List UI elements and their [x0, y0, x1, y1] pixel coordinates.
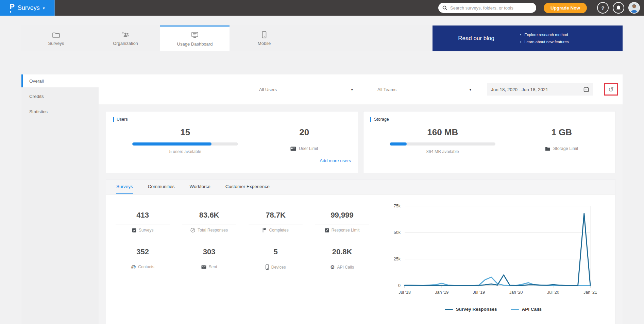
usage-tab-communities[interactable]: Communities: [148, 180, 175, 194]
stat-label: API Calls: [337, 265, 354, 270]
legend-api-calls[interactable]: API Calls: [511, 307, 542, 312]
user-avatar[interactable]: [628, 2, 640, 14]
divider: [315, 261, 369, 261]
svg-text:0: 0: [398, 283, 401, 288]
users-card: Users 15 5 users available 20: [106, 111, 358, 173]
stat-label: Surveys: [139, 228, 153, 233]
legend-survey-responses[interactable]: Survey Responses: [445, 307, 497, 312]
nav-tab-mobile[interactable]: Mobile: [230, 25, 299, 51]
divider: [116, 261, 170, 261]
filter-row: All Users ▾ All Teams ▾ Jun 18, 2020 - J…: [99, 74, 623, 104]
folder-filled-icon: [545, 147, 550, 151]
stat-label: Devices: [271, 265, 286, 270]
reset-icon: ↺: [608, 86, 614, 93]
sidebar-item-overall[interactable]: Overall: [21, 74, 99, 87]
search-input[interactable]: [450, 5, 532, 11]
global-search[interactable]: [438, 3, 536, 13]
legend-label: Survey Responses: [456, 307, 497, 312]
add-more-users-link[interactable]: Add more users: [320, 158, 351, 163]
help-button[interactable]: ?: [597, 2, 609, 14]
banner-title: Read our blog: [433, 35, 520, 42]
stat-value: 78.7K: [242, 211, 309, 220]
divider: [116, 224, 170, 224]
svg-text:Jul '20: Jul '20: [547, 290, 559, 295]
users-filter-value: All Users: [259, 87, 277, 92]
divider: [533, 142, 591, 142]
svg-text:Jan '20: Jan '20: [509, 290, 523, 295]
envelope-icon: [201, 265, 206, 269]
usage-tab-workforce[interactable]: Workforce: [190, 180, 210, 194]
storage-available-note: 864 MB available: [370, 149, 515, 154]
product-switcher[interactable]: P Surveys ▾: [0, 0, 55, 16]
legend-label: API Calls: [522, 307, 542, 312]
topbar: P Surveys ▾ Upgrade Now ?: [0, 0, 644, 16]
divider: [249, 224, 303, 224]
banner-bullet: Learn about new features: [520, 38, 623, 46]
nav-tab-label: Organization: [113, 41, 138, 46]
storage-current-value: 160 MB: [370, 127, 515, 138]
users-limit-value: 20: [257, 127, 351, 138]
date-range-value: Jun 18, 2020 - Jun 18, 2021: [491, 87, 548, 92]
date-range-picker[interactable]: Jun 18, 2020 - Jun 18, 2021: [487, 83, 593, 96]
dashboard-section: Users 15 5 users available 20: [99, 104, 623, 324]
svg-text:75k: 75k: [394, 204, 401, 208]
blog-banner[interactable]: Read our blog Explore research method Le…: [433, 25, 623, 51]
people-icon: [121, 31, 130, 38]
mobile-icon: [262, 31, 267, 38]
search-icon: [442, 5, 447, 11]
nav-tab-label: Surveys: [48, 41, 64, 46]
gear-icon: ⚙: [330, 265, 335, 270]
stat-value: 99,999: [309, 211, 375, 220]
svg-text:Jul '19: Jul '19: [473, 290, 485, 295]
teams-filter-dropdown[interactable]: All Teams ▾: [377, 87, 471, 92]
usage-tab-customer-experience[interactable]: Customer Experience: [225, 180, 270, 194]
sidebar-item-credits[interactable]: Credits: [21, 90, 99, 103]
svg-text:50k: 50k: [394, 230, 401, 235]
stat-label: Response Limit: [332, 228, 360, 233]
sidebar-item-statistics[interactable]: Statistics: [21, 105, 99, 118]
divider: [182, 261, 236, 261]
usage-tab-surveys[interactable]: Surveys: [116, 180, 133, 194]
nav-tab-surveys[interactable]: Surveys: [21, 25, 91, 51]
content-area: Overall Credits Statistics All Users ▾ A…: [21, 74, 623, 324]
folder-icon: [52, 31, 60, 38]
main-panel: All Users ▾ All Teams ▾ Jun 18, 2020 - J…: [99, 74, 623, 324]
stat-response-limit: 99,999 Response Limit: [309, 211, 375, 233]
stat-value: 5: [242, 248, 309, 256]
banner-bullet: Explore research method: [520, 31, 623, 38]
users-progress-fill: [132, 142, 211, 146]
svg-text:Jan '19: Jan '19: [435, 290, 449, 295]
avatar-photo: [629, 3, 639, 13]
reset-filters-button-highlighted[interactable]: ↺: [604, 83, 618, 96]
response-limit-icon: [325, 228, 329, 233]
stat-label: Completes: [269, 228, 288, 233]
users-available-note: 5 users available: [113, 149, 257, 154]
notifications-button[interactable]: [613, 2, 624, 14]
chevron-down-icon: ▾: [351, 87, 353, 92]
stat-value: 83.6K: [176, 211, 242, 220]
accent-bar: [113, 117, 114, 122]
users-limit-label: User Limit: [299, 146, 318, 151]
stat-total-responses: 83.6K Total Responses: [176, 211, 242, 233]
stat-sent: 303 Sent: [176, 248, 242, 270]
stat-api-calls: 20.8K ⚙ API Calls: [309, 248, 375, 270]
storage-limit-label: Storage Limit: [553, 146, 578, 151]
nav-tab-organization[interactable]: Organization: [91, 25, 160, 51]
stat-completes: 78.7K Completes: [242, 211, 309, 233]
users-filter-dropdown[interactable]: All Users ▾: [259, 87, 353, 92]
bell-icon: [616, 5, 621, 11]
upgrade-now-button[interactable]: Upgrade Now: [544, 3, 587, 13]
flag-icon: [262, 228, 267, 233]
storage-card-title: Storage: [374, 117, 389, 122]
storage-limit-value: 1 GB: [515, 127, 608, 138]
legend-swatch-0: [445, 309, 453, 310]
nav-tab-usage-dashboard[interactable]: Usage Dashboard: [160, 25, 230, 51]
check-circle-icon: [190, 228, 195, 233]
usage-detail-card: Surveys Communities Workforce Customer E…: [106, 179, 615, 324]
chevron-down-icon: ▾: [43, 5, 45, 11]
checkbox-icon: [132, 228, 136, 233]
stat-label: Contacts: [138, 265, 154, 269]
nav-tab-label: Usage Dashboard: [177, 41, 213, 47]
nav-tabs: Surveys Organization: [21, 25, 433, 51]
product-name: Surveys: [18, 4, 40, 12]
